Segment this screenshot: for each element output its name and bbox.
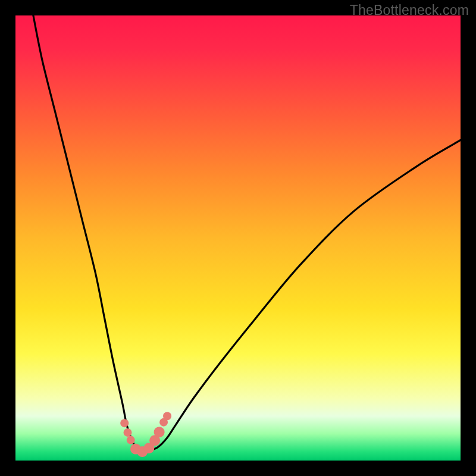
watermark-text: TheBottleneck.com — [350, 2, 469, 18]
highlight-dot — [123, 428, 131, 437]
highlight-dot — [163, 412, 171, 420]
bottleneck-curve-svg — [15, 15, 461, 461]
chart-plot-area — [15, 15, 461, 461]
bottleneck-curve — [33, 15, 461, 452]
highlight-dot — [120, 419, 129, 427]
highlight-dots — [120, 412, 171, 457]
highlight-dot — [127, 436, 135, 444]
highlight-dot — [154, 427, 165, 437]
